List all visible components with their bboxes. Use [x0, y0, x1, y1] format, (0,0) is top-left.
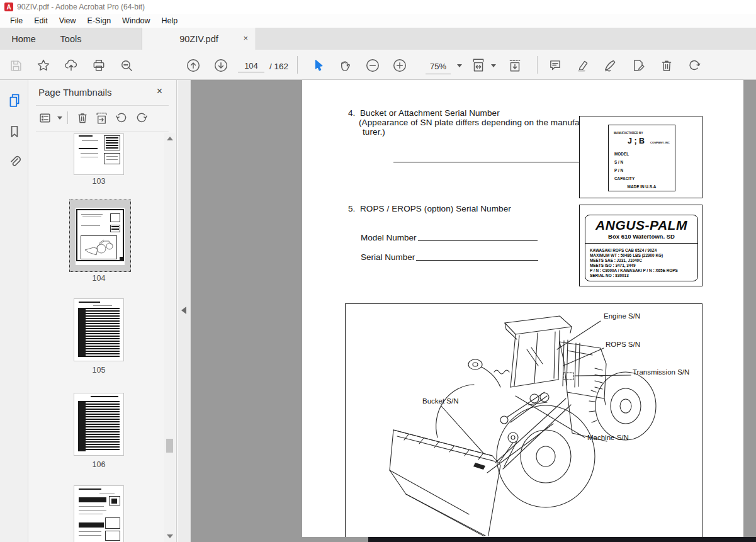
thumb-content: [82, 140, 98, 141]
model-number-label: Model Number: [361, 233, 417, 242]
thumbnail-scrollbar[interactable]: [164, 133, 175, 542]
window-title: 90ZIV.pdf - Adobe Acrobat Pro (64-bit): [17, 3, 145, 11]
model-number-row: Model Number: [361, 233, 538, 242]
scroll-up-button[interactable]: [164, 133, 175, 140]
document-bottom-scrollbar[interactable]: [368, 537, 756, 542]
menu-file[interactable]: File: [4, 15, 28, 26]
delete-pages-icon[interactable]: [75, 110, 90, 125]
thumb-content: [105, 517, 120, 529]
thumb-content: [79, 514, 103, 514]
thumbnail-options-icon[interactable]: [37, 110, 52, 125]
delete-icon[interactable]: [659, 58, 674, 73]
item4-number: 4.: [348, 108, 355, 118]
panel-close-icon[interactable]: ×: [157, 86, 162, 97]
share-icon[interactable]: [64, 58, 79, 73]
star-icon[interactable]: [36, 58, 51, 73]
angus-line-2: MAXIMUM WT : 50486 LBS (22900 KG): [590, 253, 695, 257]
tab-close-icon[interactable]: ×: [243, 33, 248, 43]
fit-width-caret-icon[interactable]: [486, 58, 501, 73]
scroll-down-button[interactable]: [164, 534, 175, 538]
page-number-input[interactable]: [238, 59, 264, 72]
angus-line-3: MEETS SAE : J231, J1040C: [590, 258, 695, 263]
thumb-content: [106, 156, 118, 157]
tab-tools[interactable]: Tools: [47, 28, 94, 50]
fill-sign-icon[interactable]: [602, 58, 618, 73]
panel-separator: [36, 132, 169, 132]
hand-tool-icon[interactable]: [337, 58, 353, 73]
thumbnail-page-105[interactable]: [74, 299, 123, 361]
jb-serial-plate: MANUFACTURED BY J ; B COMPANY, INC MODEL…: [579, 116, 702, 198]
thumbnail-page-106[interactable]: [74, 393, 123, 455]
label-rops-sn: ROPS S/N: [606, 341, 640, 348]
zoom-in-icon[interactable]: [392, 58, 407, 73]
page-thumbnails-rail-icon[interactable]: [7, 93, 22, 108]
page-thumbnails-panel: Page Thumbnails ×: [28, 80, 177, 542]
thumb-content: [109, 496, 120, 505]
thumb-content: [110, 225, 120, 232]
print-icon[interactable]: [91, 58, 106, 73]
label-engine-sn: Engine S/N: [604, 312, 640, 320]
thumb-content: [78, 401, 86, 451]
thumb-content: [79, 148, 98, 149]
jb-company: COMPANY, INC: [650, 141, 670, 144]
thumb-content: [81, 153, 98, 154]
scroll-mode-icon[interactable]: [507, 58, 522, 73]
menu-window[interactable]: Window: [116, 15, 155, 26]
rotate-page-icon[interactable]: [687, 58, 702, 73]
thumb-content: [79, 531, 101, 532]
panel-title: Page Thumbnails: [38, 87, 111, 98]
attachments-rail-icon[interactable]: [7, 154, 22, 169]
select-tool-icon[interactable]: [311, 58, 326, 73]
fill-in-line: [393, 162, 592, 162]
edit-pdf-icon[interactable]: [631, 58, 646, 73]
tab-bar: Home Tools 90ZIV.pdf ×: [0, 28, 756, 50]
menu-view[interactable]: View: [54, 15, 82, 26]
zoom-dropdown-caret-icon[interactable]: [452, 58, 467, 73]
thumb-content: [111, 226, 119, 231]
thumb-content: [79, 506, 104, 507]
thumb-content: [79, 302, 100, 303]
thumbnail-page-104-selected[interactable]: [69, 200, 131, 272]
navigation-rail: [0, 80, 28, 542]
thumbnail-label-104: 104: [66, 274, 132, 283]
fit-width-icon[interactable]: [471, 58, 486, 73]
bookmarks-rail-icon[interactable]: [7, 124, 22, 139]
panel-separator: [36, 105, 169, 106]
thumb-content: [79, 135, 93, 137]
document-viewport[interactable]: 4. Bucket or Attachment Serial Number (A…: [191, 80, 756, 542]
zoom-level-value[interactable]: 75%: [426, 62, 451, 74]
jb-field-capacity: CAPACITY: [614, 176, 635, 181]
serial-number-line: [416, 260, 538, 261]
collapse-panel-icon[interactable]: [181, 307, 186, 314]
menu-edit[interactable]: Edit: [28, 15, 54, 26]
save-icon[interactable]: [8, 58, 23, 73]
menu-esign[interactable]: E-Sign: [82, 15, 117, 26]
thumb-content: [104, 135, 120, 150]
menu-help[interactable]: Help: [156, 15, 184, 26]
next-page-icon[interactable]: [213, 58, 228, 73]
comment-icon[interactable]: [548, 58, 563, 73]
tab-home[interactable]: Home: [0, 28, 47, 50]
thumb-content: [81, 225, 100, 226]
thumbnail-options-caret-icon[interactable]: [52, 110, 67, 125]
zoom-out-icon[interactable]: [365, 58, 380, 73]
previous-page-icon[interactable]: [186, 58, 201, 73]
scrollbar-thumb[interactable]: [166, 439, 173, 453]
angus-plate-inner: ANGUS-PALM Box 610 Watertown. SD KAWASAK…: [585, 215, 698, 281]
jb-field-pn: P / N: [614, 168, 623, 172]
tab-document[interactable]: 90ZIV.pdf ×: [142, 28, 256, 50]
thumbnail-page-107[interactable]: [74, 486, 123, 542]
thumbnail-label-103: 103: [66, 177, 132, 186]
rotate-cw-icon[interactable]: [134, 110, 149, 125]
menu-bar: File Edit View E-Sign Window Help: [0, 14, 756, 28]
toolbar-divider: [537, 56, 538, 74]
thumb-content: [78, 308, 86, 356]
insert-pages-icon[interactable]: [94, 110, 109, 125]
item4-note-line1: (Appearance of SN plate differs dependin…: [359, 118, 587, 127]
thumb-content: [111, 499, 117, 504]
search-icon[interactable]: [119, 58, 134, 73]
thumb-content: [93, 305, 112, 306]
thumbnail-page-103[interactable]: [74, 134, 123, 174]
rotate-ccw-icon[interactable]: [114, 110, 129, 125]
highlight-icon[interactable]: [575, 58, 590, 73]
